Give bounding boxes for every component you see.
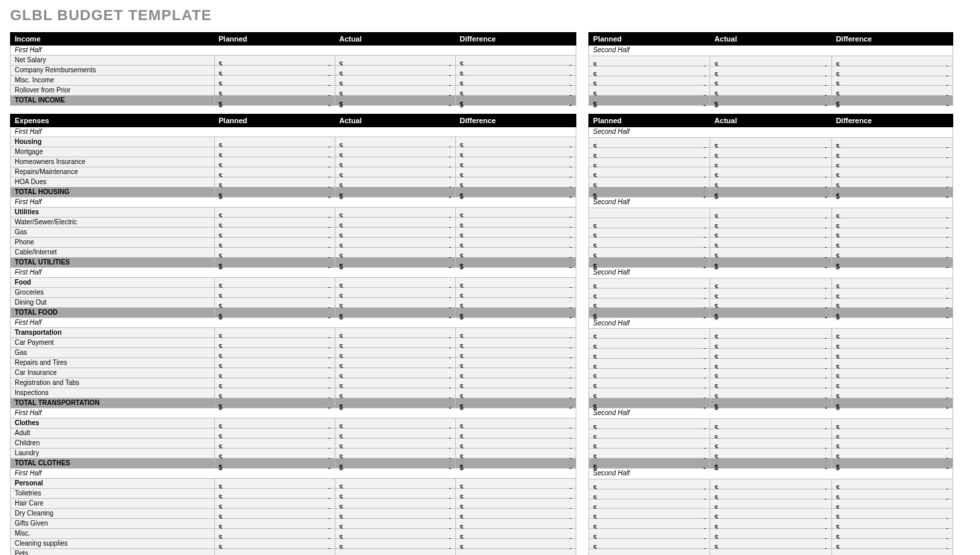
money-cell[interactable]: $- [335,298,455,308]
money-cell[interactable] [589,208,710,218]
money-cell[interactable]: $- [589,147,710,157]
money-cell[interactable]: $- [455,167,576,177]
money-cell[interactable]: $- [335,459,455,469]
money-cell[interactable]: $- [831,519,953,529]
money-cell[interactable]: $- [831,228,953,238]
money-cell[interactable]: $- [335,338,455,348]
money-cell[interactable]: $- [214,76,335,86]
money-cell[interactable]: $- [335,218,455,228]
money-cell[interactable]: $- [455,56,576,66]
money-cell[interactable]: $- [335,368,455,378]
money-cell[interactable]: $- [455,479,576,489]
money-cell[interactable]: $- [589,137,710,147]
money-cell[interactable]: $- [214,439,335,449]
money-cell[interactable]: $- [710,348,831,358]
money-cell[interactable]: $- [335,499,455,509]
money-cell[interactable]: $- [214,479,335,489]
money-cell[interactable]: $- [710,66,831,76]
money-cell[interactable]: $- [589,479,710,489]
money-cell[interactable]: $- [214,449,335,459]
money-cell[interactable]: $- [710,147,831,157]
money-cell[interactable]: $- [710,368,831,378]
money-cell[interactable]: $- [831,449,953,459]
money-cell[interactable]: $- [831,378,953,388]
money-cell[interactable]: $- [831,308,953,318]
money-cell[interactable]: $- [589,439,710,449]
money-cell[interactable]: $- [455,147,576,157]
money-cell[interactable]: $- [710,308,831,318]
money-cell[interactable]: $- [710,56,831,66]
money-cell[interactable]: $- [335,56,455,66]
money-cell[interactable]: $- [214,368,335,378]
money-cell[interactable]: $- [214,278,335,288]
money-cell[interactable]: $- [214,459,335,469]
money-cell[interactable]: $- [710,76,831,86]
money-cell[interactable]: $- [455,499,576,509]
money-cell[interactable]: $- [335,288,455,298]
money-cell[interactable]: $- [831,358,953,368]
money-cell[interactable]: $- [589,238,710,248]
money-cell[interactable]: $- [214,218,335,228]
money-cell[interactable]: $- [455,187,576,197]
money-cell[interactable]: $- [335,147,455,157]
money-cell[interactable]: $- [831,137,953,147]
money-cell[interactable]: $- [589,248,710,258]
money-cell[interactable]: $- [831,368,953,378]
money-cell[interactable]: $- [214,177,335,187]
money-cell[interactable]: $- [455,238,576,248]
money-cell[interactable]: $- [455,428,576,439]
money-cell[interactable]: $- [335,549,455,556]
money-cell[interactable]: $- [214,86,335,96]
money-cell[interactable]: $- [831,398,953,408]
money-cell[interactable]: $- [455,228,576,238]
money-cell[interactable]: $- [589,538,710,548]
money-cell[interactable]: $- [335,76,455,86]
money-cell[interactable]: $- [710,509,831,519]
money-cell[interactable]: $- [710,177,831,187]
money-cell[interactable]: $- [335,208,455,218]
money-cell[interactable]: $- [831,418,953,428]
money-cell[interactable]: $- [710,248,831,258]
money-cell[interactable]: $- [214,388,335,398]
money-cell[interactable]: $- [710,439,831,449]
money-cell[interactable]: $- [214,288,335,298]
money-cell[interactable]: $- [455,288,576,298]
money-cell[interactable]: $- [214,539,335,549]
money-cell[interactable]: $- [831,459,953,469]
money-cell[interactable]: $- [831,248,953,258]
money-cell[interactable]: $- [589,157,710,167]
money-cell[interactable]: $- [214,308,335,318]
money-cell[interactable]: $- [710,529,831,539]
money-cell[interactable]: $- [589,509,710,519]
money-cell[interactable]: $- [710,489,831,499]
money-cell[interactable]: $- [589,228,710,238]
money-cell[interactable]: $- [214,56,335,66]
money-cell[interactable]: $- [831,529,953,539]
money-cell[interactable]: $- [589,187,710,197]
money-cell[interactable]: $- [214,228,335,238]
money-cell[interactable]: $- [710,459,831,469]
money-cell[interactable]: $- [335,348,455,358]
money-cell[interactable]: $- [710,157,831,167]
money-cell[interactable]: $- [831,167,953,177]
money-cell[interactable]: $- [214,519,335,529]
money-cell[interactable]: $- [455,177,576,187]
money-cell[interactable]: $- [589,348,710,358]
money-cell[interactable]: $- [589,167,710,177]
money-cell[interactable]: $- [335,177,455,187]
money-cell[interactable]: $- [455,137,576,147]
money-cell[interactable]: $- [831,499,953,509]
money-cell[interactable]: $- [455,539,576,549]
money-cell[interactable]: $- [455,378,576,388]
money-cell[interactable]: $- [335,248,455,258]
money-cell[interactable]: $- [455,96,576,106]
money-cell[interactable]: $- [214,167,335,177]
money-cell[interactable]: $- [710,228,831,238]
money-cell[interactable]: $- [455,489,576,499]
money-cell[interactable]: $- [710,388,831,398]
money-cell[interactable]: $- [214,298,335,308]
money-cell[interactable]: $- [589,308,710,318]
money-cell[interactable]: $- [710,479,831,489]
money-cell[interactable]: $- [710,298,831,308]
money-cell[interactable]: $- [214,157,335,167]
